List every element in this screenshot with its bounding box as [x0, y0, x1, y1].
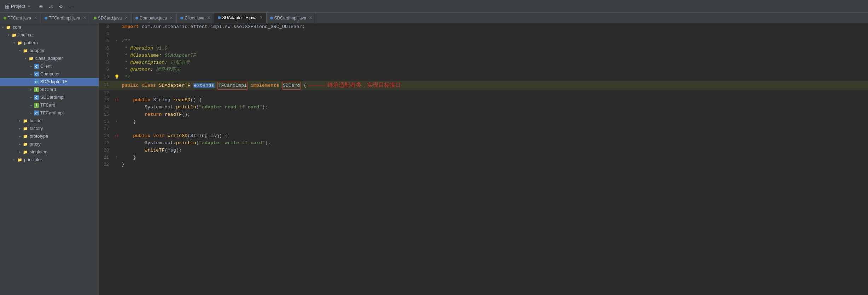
code-editor[interactable]: 3import com.sun.scenario.effect.impl.sw.… [99, 23, 868, 295]
close-icon[interactable]: ✕ [309, 16, 312, 20]
sidebar-item-adapter[interactable]: ▾📁adapter [0, 47, 99, 55]
fold-icon[interactable]: ▾ [116, 155, 117, 160]
line-content: public String readSD() { [120, 97, 202, 104]
folder-icon: 📁 [23, 149, 28, 155]
line-number: 21 [99, 154, 113, 161]
tab-sdadaptertf[interactable]: SDAdapterTF.java✕ [214, 13, 266, 23]
sidebar-item-prototype[interactable]: ▸📁prototype [0, 132, 99, 140]
sidebar-item-factory[interactable]: ▸📁factory [0, 125, 99, 132]
code-line-17: 17 [99, 125, 868, 132]
code-line-7: 7 * @ClassName: SDAdapterTF [99, 52, 868, 59]
tree-label: TFCardImpl [40, 110, 64, 115]
project-button[interactable]: ▦ Project ▼ [3, 3, 33, 10]
tab-dot [45, 17, 47, 19]
tree-label: builder [30, 118, 43, 123]
tree-label: SDCardImpl [40, 95, 64, 100]
tab-client[interactable]: Client.java✕ [177, 13, 214, 23]
line-gutter: ↑! [113, 97, 120, 103]
code-line-16: 16▾ } [99, 118, 868, 125]
top-bar-icons: ⊕ ⇄ ⚙ — [37, 3, 74, 10]
line-content: * @ClassName: SDAdapterTF [120, 52, 196, 59]
close-icon[interactable]: ✕ [207, 16, 210, 20]
tab-sdcardimpl[interactable]: SDCardImpl.java✕ [267, 13, 316, 23]
close-icon[interactable]: ✕ [34, 16, 37, 20]
line-content: } [120, 118, 136, 125]
code-line-8: 8 * @Description: 适配器类 [99, 59, 868, 66]
class-c-icon: c [34, 64, 39, 69]
chevron-down-icon: ▼ [27, 5, 30, 8]
sync-icon[interactable]: ⊕ [37, 3, 45, 10]
tree-arrow: ▾ [17, 49, 23, 52]
sidebar-item-com[interactable]: ▾📁com [0, 23, 99, 31]
tab-dot [135, 17, 138, 19]
line-content: * @version v1.0 [120, 45, 168, 52]
code-line-21: 21▾ } [99, 154, 868, 161]
sidebar-item-tfcard[interactable]: ▸ITFCard [0, 101, 99, 109]
sidebar-item-computer[interactable]: ▸cComputer [0, 70, 99, 78]
line-content: /** [120, 38, 130, 45]
tab-dot [218, 16, 221, 19]
tree-arrow: ▸ [28, 96, 34, 99]
folder-icon: 📁 [28, 56, 34, 61]
tree-label: itheima [18, 33, 33, 38]
tab-label: SDCardImpl.java [274, 16, 307, 21]
tree-arrow: ▸ [17, 150, 23, 154]
sidebar-item-itheima[interactable]: ▾📁itheima [0, 31, 99, 39]
code-line-22: 22} [99, 161, 868, 168]
tab-tfcard[interactable]: TFCard.java✕ [0, 13, 41, 23]
sidebar-item-builder[interactable]: ▸📁builder [0, 117, 99, 125]
tree-label: TFCard [40, 103, 55, 108]
tab-sdcard[interactable]: SDCard.java✕ [90, 13, 132, 23]
top-bar: ▦ Project ▼ ⊕ ⇄ ⚙ — [0, 0, 868, 13]
code-line-4: 4 [99, 30, 868, 38]
close-icon[interactable]: ✕ [125, 16, 128, 20]
line-content: public void writeSD(String msg) { [120, 132, 228, 140]
sidebar-item-sdcardimpl[interactable]: ▸cSDCardImpl [0, 93, 99, 101]
line-number: 7 [99, 52, 113, 59]
tree-arrow: ▸ [17, 135, 23, 138]
fold-icon[interactable]: ▾ [116, 39, 117, 44]
fold-icon[interactable]: ▾ [116, 119, 117, 124]
sidebar-item-client[interactable]: ▸cClient [0, 62, 99, 70]
line-number: 12 [99, 90, 113, 96]
folder-icon: 📁 [6, 24, 11, 30]
sidebar-item-sdcard[interactable]: ▸ISDCard [0, 86, 99, 93]
sidebar-item-principles[interactable]: ▸📁principles [0, 156, 99, 164]
tree-label: factory [30, 126, 43, 131]
close-icon[interactable]: ✕ [83, 16, 86, 20]
tree-label: SDAdapterTF [40, 79, 67, 84]
line-gutter: ▾ [113, 155, 120, 160]
tab-label: Computer.java [140, 16, 167, 21]
class-c-icon: c [34, 110, 39, 115]
code-line-15: 15 return readTF(); [99, 111, 868, 118]
code-line-12: 12 [99, 90, 868, 97]
line-gutter: ▾ [113, 39, 120, 44]
folder-icon: 📁 [17, 40, 23, 46]
project-label-text: Project [11, 4, 25, 9]
close-icon[interactable]: ✕ [170, 16, 173, 20]
sidebar-item-class_adapter[interactable]: ▾📁class_adapter [0, 55, 99, 62]
sidebar-item-sdadaptertf[interactable]: ▸cSDAdapterTF [0, 78, 99, 86]
sidebar-item-tfcardimpl[interactable]: ▸cTFCardImpl [0, 109, 99, 117]
sidebar-item-pattern[interactable]: ▾📁pattern [0, 39, 99, 47]
sidebar-item-singleton[interactable]: ▸📁singleton [0, 148, 99, 156]
close-icon[interactable]: ✕ [260, 15, 263, 20]
line-content: System.out.println("adapter read tf card… [120, 104, 268, 111]
tree-arrow: ▸ [28, 88, 34, 91]
tree-arrow: ▾ [11, 41, 17, 45]
tree-arrow: ▸ [17, 127, 23, 130]
line-number: 15 [99, 112, 113, 118]
tree-label: singleton [30, 149, 47, 154]
tab-computer[interactable]: Computer.java✕ [132, 13, 177, 23]
folder-icon: 📁 [23, 118, 28, 124]
settings-icon[interactable]: ⚙ [57, 3, 64, 10]
tree-arrow: ▾ [6, 33, 11, 37]
sidebar-item-proxy[interactable]: ▸📁proxy [0, 140, 99, 148]
code-line-19: 19 System.out.println("adapter write tf … [99, 140, 868, 147]
transfer-icon[interactable]: ⇄ [47, 3, 54, 10]
code-line-5: 5▾/** [99, 38, 868, 45]
tab-tfcardimpl[interactable]: TFCardImpl.java✕ [41, 13, 90, 23]
tab-dot [180, 17, 183, 19]
code-line-3: 3import com.sun.scenario.effect.impl.sw.… [99, 23, 868, 30]
minimize-icon[interactable]: — [67, 3, 74, 10]
